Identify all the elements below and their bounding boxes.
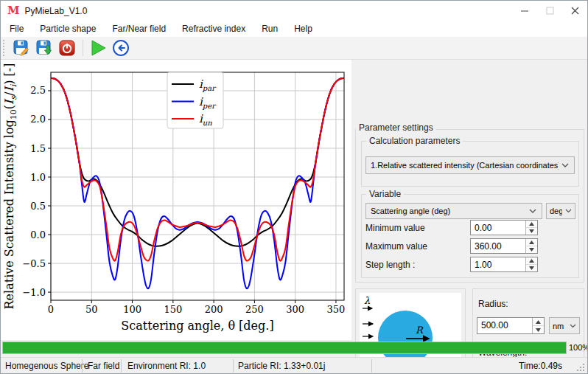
toolbar (1, 37, 587, 60)
menu-refractive-index[interactable]: Refractive index (176, 22, 251, 35)
parameter-settings-title: Parameter settings (356, 122, 436, 133)
maximize-button[interactable] (537, 1, 562, 21)
mie-scattering-plot: 050100150200250300350−1.0−0.50.00.51.01.… (1, 60, 351, 340)
spin-down-button[interactable] (526, 265, 537, 271)
svg-text:200: 200 (205, 304, 223, 315)
maximum-value: 360.00 (471, 239, 525, 253)
status-environment-ri: Environment RI: 1.0 (127, 361, 206, 371)
spin-up-button[interactable] (526, 221, 537, 228)
back-button[interactable] (110, 38, 131, 58)
status-field-type: Far field (88, 361, 119, 371)
window-title: PyMieLab_V1.0 (25, 6, 88, 16)
svg-text:−0.5: −0.5 (22, 258, 46, 269)
floppy-export-icon (35, 39, 53, 57)
menubar: File Particle shape Far/Near field Refra… (1, 21, 587, 37)
svg-text:100: 100 (123, 304, 141, 315)
spin-up-button[interactable] (533, 318, 544, 326)
radius-spinbox[interactable]: 500.00 (477, 317, 545, 334)
maximum-value-label: Maximum value (365, 241, 427, 252)
svg-text:350: 350 (327, 304, 346, 315)
svg-text:1.0: 1.0 (30, 172, 46, 183)
radius-label: Radius: (478, 299, 508, 309)
app-logo-icon: M (7, 5, 20, 16)
status-divider (121, 359, 122, 373)
chevron-down-icon (565, 209, 572, 213)
exit-button[interactable] (56, 38, 77, 58)
spin-down-icon (529, 248, 534, 252)
chevron-down-icon (570, 324, 576, 328)
minimum-value-label: Minimum value (365, 223, 425, 233)
spin-up-icon (529, 259, 534, 263)
app-window: M PyMieLab_V1.0 File Particle shape Far/… (0, 0, 588, 374)
main-area: 050100150200250300350−1.0−0.50.00.51.01.… (1, 60, 587, 342)
radius-unit-combobox[interactable]: nm (549, 317, 580, 334)
resize-grip[interactable] (576, 363, 585, 372)
maximize-icon (546, 7, 554, 15)
svg-text:−1.0: −1.0 (22, 287, 46, 298)
step-length-label: Step length : (365, 260, 415, 270)
spin-down-button[interactable] (526, 228, 537, 235)
spin-up-icon (529, 240, 534, 244)
variable-combobox[interactable]: Scattering angle (deg) (365, 203, 542, 219)
save-button[interactable] (10, 38, 32, 58)
svg-text:1.5: 1.5 (30, 143, 46, 154)
spin-down-icon (529, 266, 534, 270)
legend: ipariperiun (167, 72, 223, 128)
menu-help[interactable]: Help (288, 22, 318, 35)
svg-text:0.0: 0.0 (30, 229, 46, 240)
save-as-button[interactable] (33, 38, 55, 58)
svg-text:150: 150 (164, 304, 182, 315)
spin-down-button[interactable] (533, 326, 544, 333)
chevron-down-icon (529, 209, 536, 213)
close-icon (571, 7, 579, 15)
menu-file[interactable]: File (4, 22, 29, 35)
x-axis-label: Scattering angle, θ [deg.] (121, 319, 273, 333)
spin-down-icon (529, 229, 534, 233)
svg-text:50: 50 (85, 304, 98, 315)
run-button[interactable] (87, 38, 108, 58)
spin-down-icon (536, 328, 541, 332)
minimum-value: 0.00 (471, 221, 525, 235)
status-divider (82, 359, 83, 373)
svg-text:0.5: 0.5 (30, 201, 46, 212)
spin-up-button[interactable] (526, 239, 537, 246)
progress-percent: 100% (569, 343, 588, 352)
variable-unit-combobox[interactable]: deg (546, 203, 575, 219)
calculation-parameter-value: 1.Relative scattered intensity (Cartesia… (371, 161, 559, 170)
power-icon (58, 39, 76, 57)
spin-up-icon (529, 222, 534, 226)
variable-unit-value: deg (550, 207, 562, 215)
calculation-parameter-combobox[interactable]: 1.Relative scattered intensity (Cartesia… (365, 156, 575, 174)
close-button[interactable] (562, 1, 587, 21)
variable-value: Scattering angle (deg) (371, 207, 526, 215)
progress-bar-fill (3, 342, 566, 353)
spin-up-icon (536, 320, 541, 324)
svg-text:2.5: 2.5 (30, 85, 46, 96)
status-divider (371, 359, 372, 373)
step-length-spinbox[interactable]: 1.00 (470, 257, 538, 272)
toolbar-grip[interactable] (3, 40, 6, 56)
spin-up-button[interactable] (526, 257, 537, 265)
svg-text:0: 0 (48, 304, 54, 315)
radius-value: 500.00 (477, 318, 532, 333)
minimum-value-spinbox[interactable]: 0.00 (470, 220, 538, 235)
floppy-save-icon (13, 39, 30, 57)
play-icon (88, 38, 108, 58)
status-time: Time:0.49s (519, 361, 562, 371)
statusbar: Homegenous Sphere Far field Environment … (1, 357, 587, 374)
step-length-value: 1.00 (471, 257, 525, 271)
menu-run[interactable]: Run (256, 22, 284, 35)
menu-far-near-field[interactable]: Far/Near field (106, 22, 172, 35)
radius-label: R (416, 325, 424, 336)
progress-bar (2, 342, 567, 354)
spin-down-button[interactable] (526, 246, 537, 253)
svg-text:300: 300 (286, 304, 304, 315)
radius-unit-value: nm (553, 322, 567, 330)
minimize-button[interactable] (512, 1, 537, 21)
status-divider (233, 359, 234, 373)
variable-legend: Variable (366, 189, 404, 199)
maximum-value-spinbox[interactable]: 360.00 (470, 238, 538, 254)
status-particle-shape: Homegenous Sphere (5, 361, 88, 371)
back-arrow-icon (111, 38, 130, 58)
menu-particle-shape[interactable]: Particle shape (34, 22, 102, 35)
